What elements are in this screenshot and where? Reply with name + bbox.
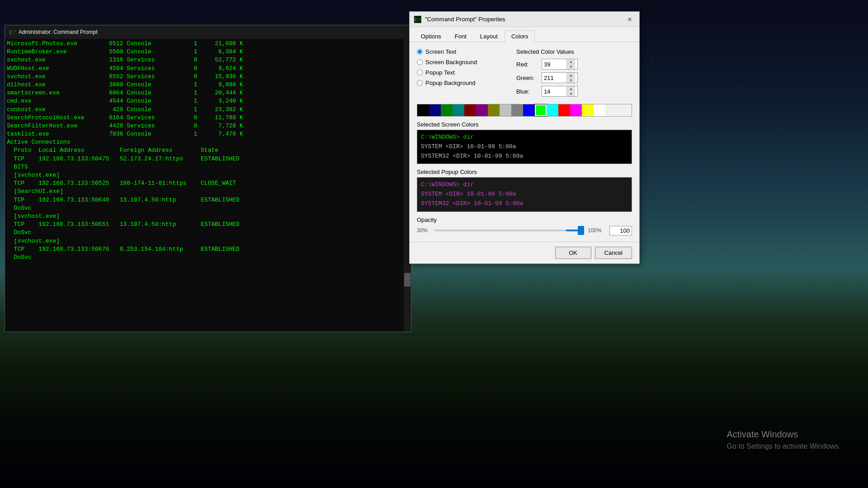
color-swatch-13[interactable]: [570, 104, 582, 116]
green-label: Green:: [516, 75, 539, 81]
color-swatch-8[interactable]: [511, 104, 523, 116]
svg-text:C:\: C:\: [415, 18, 421, 22]
cmd-line: [svchost.exe]: [7, 171, 409, 179]
radio-popup-background[interactable]: Popup Background: [417, 80, 507, 86]
cmd-line: smartscreen.exe 6064 Console 1 20,444 K: [7, 89, 409, 97]
cmd-title: Administrator: Command Prompt: [19, 29, 407, 35]
popup-colors-preview: Selected Popup Colors C:\WINDOWS> dir SY…: [417, 169, 632, 211]
cmd-window: C:\ Administrator: Command Prompt Micros…: [5, 25, 411, 332]
popup-preview-line3: SYSTEM32 <DIR> 10-01-99 5:00a: [421, 199, 628, 209]
dialog-titlebar: C:\ "Command Prompt" Properties ✕: [410, 12, 639, 27]
red-increment[interactable]: ▲: [567, 59, 575, 64]
blue-label: Blue:: [516, 88, 539, 95]
color-swatch-9[interactable]: [523, 104, 535, 116]
dialog-footer: OK Cancel: [410, 242, 639, 263]
color-swatch-7[interactable]: [500, 104, 511, 116]
screen-preview-line2: SYSTEM <DIR> 10-01-99 5:00a: [421, 142, 628, 152]
blue-value-row: Blue: ▲ ▼: [516, 86, 578, 97]
radio-screen-text-input[interactable]: [417, 49, 423, 55]
radio-options-panel: Screen Text Screen Background Popup Text…: [417, 48, 507, 99]
green-value-row: Green: ▲ ▼: [516, 72, 578, 83]
radio-popup-text-input[interactable]: [417, 70, 423, 75]
screen-colors-preview: Selected Screen Colors C:\WINDOWS> dir S…: [417, 121, 632, 164]
red-spinner[interactable]: ▲ ▼: [542, 59, 578, 70]
opacity-max-label: 100%: [588, 227, 606, 234]
opacity-slider[interactable]: [434, 230, 584, 231]
tab-layout[interactable]: Layout: [473, 30, 505, 42]
cmd-titlebar: C:\ Administrator: Command Prompt: [5, 25, 411, 39]
opacity-slider-container: [434, 230, 584, 231]
cmd-scroll-thumb[interactable]: [404, 273, 410, 286]
cancel-button[interactable]: Cancel: [595, 247, 632, 259]
radio-screen-text[interactable]: Screen Text: [417, 48, 507, 55]
radio-popup-text[interactable]: Popup Text: [417, 69, 507, 76]
blue-spinner-buttons: ▲ ▼: [566, 86, 575, 96]
red-spinner-buttons: ▲ ▼: [566, 59, 575, 69]
tab-colors[interactable]: Colors: [505, 30, 535, 42]
cmd-content-area[interactable]: Microsoft.Photos.exe 6512 Console 1 21,6…: [5, 39, 411, 332]
opacity-label: Opacity: [417, 216, 632, 223]
cmd-line: SearchProtocolHost.exe 6164 Services 0 1…: [7, 114, 409, 122]
screen-colors-label: Selected Screen Colors: [417, 121, 632, 128]
opacity-section: Opacity 30% 100%: [417, 216, 632, 235]
color-swatch-4[interactable]: [464, 104, 476, 116]
color-radio-group: Screen Text Screen Background Popup Text…: [417, 48, 507, 86]
color-values-title: Selected Color Values: [516, 48, 578, 55]
blue-increment[interactable]: ▲: [567, 86, 575, 91]
green-decrement[interactable]: ▼: [567, 78, 575, 83]
tab-font[interactable]: Font: [448, 30, 473, 42]
activate-watermark: Activate Windows Go to Settings to activ…: [726, 427, 841, 452]
color-swatch-10[interactable]: [535, 104, 547, 116]
blue-input[interactable]: [542, 86, 566, 96]
cmd-output: Microsoft.Photos.exe 6512 Console 1 21,6…: [7, 40, 409, 262]
svg-text:C:\: C:\: [9, 30, 16, 35]
properties-dialog: C:\ "Command Prompt" Properties ✕ Option…: [409, 11, 640, 264]
blue-spinner[interactable]: ▲ ▼: [542, 86, 578, 97]
screen-preview-line1: C:\WINDOWS> dir: [421, 133, 628, 142]
color-swatch-3[interactable]: [453, 104, 464, 116]
dialog-body: Screen Text Screen Background Popup Text…: [410, 42, 639, 242]
radio-screen-background[interactable]: Screen Background: [417, 59, 507, 66]
cmd-icon: C:\: [9, 28, 16, 36]
color-swatch-2[interactable]: [441, 104, 453, 116]
cmd-line: Microsoft.Photos.exe 6512 Console 1 21,6…: [7, 40, 409, 48]
red-input[interactable]: [542, 59, 566, 69]
green-spinner[interactable]: ▲ ▼: [542, 72, 578, 83]
popup-colors-label: Selected Popup Colors: [417, 169, 632, 175]
color-swatch-15[interactable]: [594, 104, 605, 116]
green-input[interactable]: [542, 73, 566, 83]
cmd-line: Proto Local Address Foreign Address Stat…: [7, 146, 409, 155]
opacity-value-input[interactable]: [609, 226, 632, 235]
cmd-line: SearchFilterHost.exe 4428 Services 0 7,7…: [7, 122, 409, 130]
color-swatches-row: [417, 104, 632, 117]
opacity-min-label: 30%: [417, 227, 430, 234]
blue-decrement[interactable]: ▼: [567, 91, 575, 96]
radio-popup-text-label: Popup Text: [425, 69, 455, 76]
radio-screen-bg-input[interactable]: [417, 59, 423, 65]
color-swatch-12[interactable]: [558, 104, 570, 116]
green-increment[interactable]: ▲: [567, 73, 575, 78]
color-values-panel: Selected Color Values Red: ▲ ▼ Green:: [516, 48, 578, 99]
cmd-line: [svchost.exe]: [7, 212, 409, 221]
dialog-close-button[interactable]: ✕: [625, 14, 635, 24]
color-swatch-6[interactable]: [488, 104, 500, 116]
dialog-title: "Command Prompt" Properties: [425, 16, 621, 23]
color-swatch-1[interactable]: [429, 104, 441, 116]
tab-options[interactable]: Options: [414, 30, 448, 42]
ok-button[interactable]: OK: [555, 247, 591, 259]
screen-preview-line3: SYSTEM32 <DIR> 10-01-99 5:00a: [421, 152, 628, 161]
cmd-line: tasklist.exe 7036 Console 1 7,476 K: [7, 130, 409, 138]
cmd-line: TCP 192.168.73.133:50525 108-174-11-81:h…: [7, 179, 409, 188]
cmd-line: DoSvc: [7, 229, 409, 237]
opacity-controls: 30% 100%: [417, 226, 632, 235]
color-swatch-14[interactable]: [582, 104, 594, 116]
radio-popup-bg-input[interactable]: [417, 80, 423, 86]
color-swatch-11[interactable]: [547, 104, 558, 116]
cmd-line: dllhost.exe 3088 Console 1 9,888 K: [7, 81, 409, 89]
color-swatch-0[interactable]: [417, 104, 429, 116]
color-swatch-5[interactable]: [476, 104, 488, 116]
red-decrement[interactable]: ▼: [567, 64, 575, 69]
cmd-line: TCP 192.168.73.133:50475 52.173.24.17:ht…: [7, 155, 409, 163]
cmd-line: DoSvc: [7, 253, 409, 262]
popup-preview-box: C:\WINDOWS> dir SYSTEM <DIR> 10-01-99 5:…: [417, 177, 632, 211]
